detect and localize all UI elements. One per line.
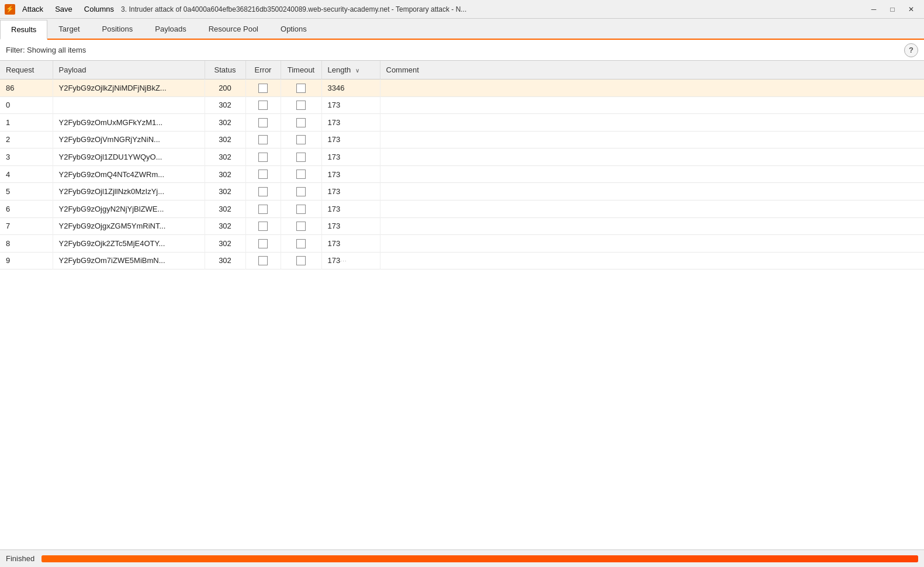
scroll-indicator: ··· [340,258,347,264]
window-controls: ─ □ ✕ [866,3,919,16]
tab-payloads[interactable]: Payloads [144,19,197,39]
timeout-checkbox[interactable] [296,222,306,231]
table-row[interactable]: 7Y2FybG9zOjgxZGM5YmRiNT...302173 [0,217,924,235]
error-checkbox[interactable] [258,101,268,110]
window-title: 3. Intruder attack of 0a4000a604efbe3682… [121,5,861,13]
table-row[interactable]: 8Y2FybG9zOjk2ZTc5MjE4OTY...302173 [0,235,924,253]
table-row[interactable]: 5Y2FybG9zOjl1ZjllNzk0MzIzYj...302173 [0,183,924,200]
cell-timeout [281,79,321,97]
cell-status: 302 [205,252,245,269]
table-row[interactable]: 6Y2FybG9zOjgyN2NjYjBlZWE...302173 [0,200,924,217]
timeout-checkbox[interactable] [296,135,306,144]
error-checkbox[interactable] [258,239,268,248]
cell-payload: Y2FybG9zOjk2ZTc5MjE4OTY... [53,235,205,253]
cell-request: 4 [0,165,53,183]
cell-status: 200 [205,79,245,97]
error-checkbox[interactable] [258,187,268,196]
cell-error [245,235,281,253]
title-bar: ⚡ Attack Save Columns 3. Intruder attack… [0,0,924,19]
table-row[interactable]: 4Y2FybG9zOmQ4NTc4ZWRm...302173 [0,165,924,183]
table-row[interactable]: 9Y2FybG9zOm7iZWE5MiBmN...302173 ··· [0,252,924,269]
close-button[interactable]: ✕ [903,3,919,16]
tab-positions[interactable]: Positions [91,19,144,39]
help-button[interactable]: ? [904,43,918,57]
cell-comment [380,131,924,148]
col-length[interactable]: Length ∨ [321,61,380,79]
cell-payload: Y2FybG9zOjVmNGRjYzNiN... [53,131,205,148]
cell-request: 9 [0,252,53,269]
menu-attack[interactable]: Attack [20,4,46,15]
col-status[interactable]: Status [205,61,245,79]
tab-target[interactable]: Target [47,19,91,39]
timeout-checkbox[interactable] [296,101,306,110]
menu-bar: Attack Save Columns [20,4,116,15]
cell-length: 173 [321,165,380,183]
cell-comment [380,165,924,183]
error-checkbox[interactable] [258,222,268,231]
timeout-checkbox[interactable] [296,205,306,214]
table-header-row: Request Payload Status Error Timeout Len… [0,61,924,79]
minimize-button[interactable]: ─ [866,3,882,16]
cell-request: 86 [0,79,53,97]
tab-results[interactable]: Results [0,20,47,40]
cell-status: 302 [205,96,245,114]
error-checkbox[interactable] [258,135,268,144]
error-checkbox[interactable] [258,118,268,127]
menu-columns[interactable]: Columns [82,4,116,15]
status-bar: Finished [0,549,924,567]
cell-request: 0 [0,96,53,114]
error-checkbox[interactable] [258,170,268,179]
cell-length: 3346 [321,79,380,97]
table-row[interactable]: 86Y2FybG9zOjlkZjNiMDFjNjBkZ...2003346 [0,79,924,97]
sort-indicator: ∨ [355,67,359,74]
maximize-button[interactable]: □ [884,3,901,16]
table-body: 86Y2FybG9zOjlkZjNiMDFjNjBkZ...2003346030… [0,79,924,269]
timeout-checkbox[interactable] [296,84,306,93]
tab-resource-pool[interactable]: Resource Pool [198,19,269,39]
cell-timeout [281,235,321,253]
table-row[interactable]: 2Y2FybG9zOjVmNGRjYzNiN...302173 [0,131,924,148]
col-timeout[interactable]: Timeout [281,61,321,79]
menu-save[interactable]: Save [53,4,75,15]
status-label: Finished [6,554,34,563]
timeout-checkbox[interactable] [296,170,306,179]
error-checkbox[interactable] [258,256,268,265]
timeout-checkbox[interactable] [296,153,306,162]
col-request[interactable]: Request [0,61,53,79]
cell-status: 302 [205,148,245,166]
cell-length: 173 [321,131,380,148]
cell-payload: Y2FybG9zOjgyN2NjYjBlZWE... [53,200,205,217]
progress-bar-fill [41,555,918,562]
cell-comment [380,114,924,132]
col-comment[interactable]: Comment [380,61,924,79]
timeout-checkbox[interactable] [296,118,306,127]
cell-timeout [281,148,321,166]
table-row[interactable]: 0302173 [0,96,924,114]
cell-timeout [281,165,321,183]
cell-request: 6 [0,200,53,217]
tab-options[interactable]: Options [269,19,318,39]
cell-status: 302 [205,183,245,200]
timeout-checkbox[interactable] [296,239,306,248]
col-error[interactable]: Error [245,61,281,79]
timeout-checkbox[interactable] [296,187,306,196]
error-checkbox[interactable] [258,153,268,162]
filter-label[interactable]: Filter: Showing all items [6,46,86,54]
table-row[interactable]: 3Y2FybG9zOjl1ZDU1YWQyO...302173 [0,148,924,166]
timeout-checkbox[interactable] [296,256,306,265]
cell-status: 302 [205,165,245,183]
error-checkbox[interactable] [258,84,268,93]
tab-bar: Results Target Positions Payloads Resour… [0,19,924,40]
cell-request: 7 [0,217,53,235]
cell-payload: Y2FybG9zOmUxMGFkYzM1... [53,114,205,132]
results-table: Request Payload Status Error Timeout Len… [0,61,924,269]
error-checkbox[interactable] [258,205,268,214]
cell-payload: Y2FybG9zOjl1ZjllNzk0MzIzYj... [53,183,205,200]
cell-length: 173 [321,114,380,132]
cell-error [245,252,281,269]
col-payload[interactable]: Payload [53,61,205,79]
cell-status: 302 [205,200,245,217]
cell-payload: Y2FybG9zOm7iZWE5MiBmN... [53,252,205,269]
table-row[interactable]: 1Y2FybG9zOmUxMGFkYzM1...302173 [0,114,924,132]
cell-error [245,79,281,97]
